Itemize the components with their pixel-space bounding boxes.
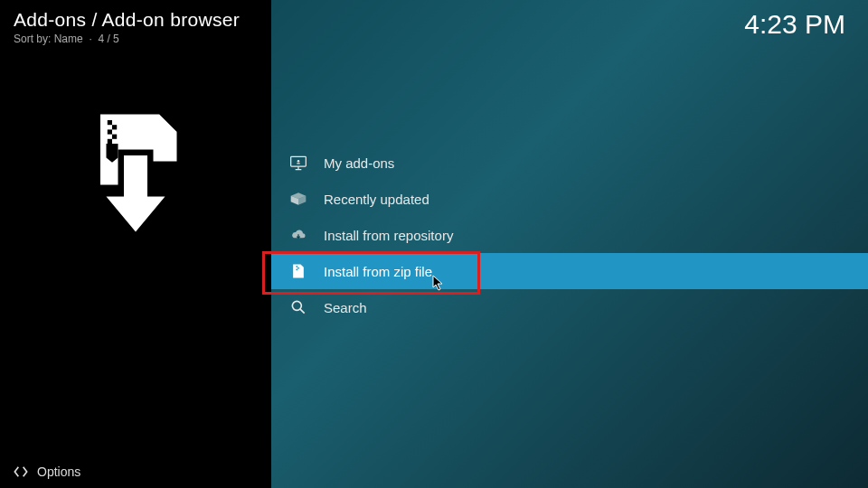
menu-label: Search	[324, 300, 367, 315]
svg-rect-9	[297, 269, 298, 271]
svg-rect-8	[297, 267, 299, 269]
svg-rect-4	[108, 139, 112, 144]
svg-point-6	[297, 160, 300, 163]
search-icon	[289, 298, 307, 316]
cloud-download-icon	[289, 226, 307, 244]
header: Add-ons / Add-on browser Sort by: Name ·…	[0, 0, 271, 54]
menu-item-install-repository[interactable]: Install from repository	[271, 217, 868, 253]
svg-rect-3	[112, 135, 117, 139]
zip-file-icon	[289, 262, 307, 280]
menu-item-search[interactable]: Search	[271, 289, 868, 325]
menu-label: My add-ons	[324, 155, 394, 171]
menu-item-install-zip[interactable]: Install from zip file	[271, 253, 868, 289]
svg-point-10	[292, 301, 301, 310]
monitor-icon	[289, 154, 307, 172]
menu-label: Recently updated	[324, 192, 429, 207]
page-title: Add-ons / Add-on browser	[14, 9, 258, 31]
box-open-icon	[289, 190, 307, 208]
sidebar: Add-ons / Add-on browser Sort by: Name ·…	[0, 0, 271, 488]
options-button[interactable]: Options	[0, 455, 94, 488]
sort-info: Sort by: Name · 4 / 5	[14, 33, 258, 45]
svg-rect-1	[112, 125, 117, 129]
main-list: My add-ons Recently updated Install from…	[271, 0, 868, 488]
svg-rect-7	[297, 266, 298, 267]
svg-rect-2	[108, 129, 112, 134]
options-icon	[14, 465, 28, 479]
install-zip-big-icon	[77, 108, 194, 238]
list-position: 4 / 5	[98, 33, 118, 45]
svg-rect-0	[108, 120, 112, 125]
menu-label: Install from repository	[324, 228, 453, 243]
menu-item-my-addons[interactable]: My add-ons	[271, 145, 868, 181]
clock: 4:23 PM	[744, 9, 845, 40]
sort-label: Sort by: Name	[14, 33, 83, 45]
menu-label: Install from zip file	[324, 264, 432, 279]
menu-item-recently-updated[interactable]: Recently updated	[271, 181, 868, 217]
options-label: Options	[37, 465, 80, 479]
